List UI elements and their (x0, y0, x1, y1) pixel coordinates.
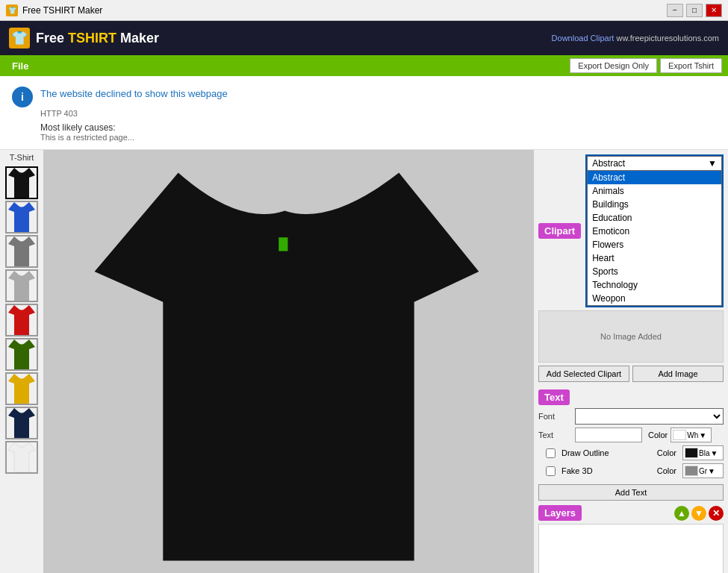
text-section-header: Text (538, 389, 570, 405)
outline-color-value: Bla (699, 449, 709, 457)
font-label: Font (538, 412, 572, 421)
window-controls[interactable]: − □ ✕ (667, 4, 722, 17)
restore-button[interactable]: □ (686, 4, 703, 17)
clipart-option-weopon[interactable]: Weopon (588, 292, 721, 305)
tshirt-color-black[interactable] (5, 166, 38, 199)
tshirt-color-red[interactable] (5, 304, 38, 336)
app-logo: 👕 Free TSHIRT Maker (9, 28, 159, 48)
clipart-buttons: Add Selected Clipart Add Image (538, 366, 724, 382)
webpage-notice: i The website declined to show this webp… (0, 76, 728, 150)
clipart-image-area: No Image Added (538, 310, 724, 363)
outline-color-swatch (685, 448, 698, 458)
text-color-swatch (673, 430, 686, 440)
clipart-header-row: Clipart Abstract ▼ Abstract Animals Buil… (538, 154, 724, 307)
clipart-option-education[interactable]: Education (588, 211, 721, 225)
notice-sub: This is a restricted page... (40, 133, 716, 142)
svg-rect-0 (279, 237, 287, 251)
text-input-row: Text Color Wh ▼ (538, 428, 724, 442)
right-panel: Clipart Abstract ▼ Abstract Animals Buil… (534, 150, 728, 573)
add-text-button[interactable]: Add Text (538, 484, 724, 501)
add-clipart-button[interactable]: Add Selected Clipart (538, 366, 629, 382)
tshirt-color-lightgray[interactable] (5, 269, 38, 302)
outline-color-picker[interactable]: Bla ▼ (682, 445, 724, 460)
fake3d-checkbox[interactable] (546, 466, 556, 476)
app-icon: 👕 (6, 4, 18, 16)
clipart-dropdown-list[interactable]: Abstract Animals Buildings Education Emo… (587, 171, 722, 306)
tshirt-label: T-Shirt (3, 153, 40, 162)
header-links[interactable]: Download Clipart ww.freepicturesolutions… (552, 34, 719, 43)
clipart-option-flowers[interactable]: Flowers (588, 238, 721, 251)
export-tshirt-button[interactable]: Export Tshirt (660, 58, 722, 73)
layers-section: Layers ▲ ▼ ✕ (538, 505, 724, 573)
clipart-option-heart[interactable]: Heart (588, 251, 721, 265)
logo-icon: 👕 (9, 28, 30, 48)
tshirt-color-white[interactable] (5, 441, 38, 474)
layer-delete-button[interactable]: ✕ (709, 506, 724, 521)
tshirt-color-yellow[interactable] (5, 372, 38, 405)
clipart-option-buildings[interactable]: Buildings (588, 198, 721, 211)
draw-outline-checkbox[interactable] (546, 448, 556, 458)
draw-outline-label: Draw Outline (561, 448, 609, 457)
close-button[interactable]: ✕ (706, 4, 722, 17)
logo-maker-text: Maker (120, 31, 159, 46)
clipart-option-emoticon[interactable]: Emoticon (588, 225, 721, 238)
text-color-picker[interactable]: Wh ▼ (671, 428, 712, 442)
text-section-header-row: Text (538, 389, 724, 405)
tshirt-sidebar: T-Shirt (0, 150, 43, 573)
add-image-button[interactable]: Add Image (632, 366, 724, 382)
clipart-option-abstract[interactable]: Abstract (588, 171, 721, 184)
tshirt-color-gray[interactable] (5, 235, 38, 268)
clipart-section: Clipart Abstract ▼ Abstract Animals Buil… (538, 154, 724, 385)
notice-heading: The website declined to show this webpag… (40, 88, 228, 99)
header-url: ww.freepicturesolutions.com (616, 34, 719, 43)
color-dropdown-arrow: ▼ (699, 431, 706, 439)
clipart-category-dropdown[interactable]: Abstract ▼ Abstract Animals Buildings Ed… (585, 154, 724, 307)
clipart-option-sports[interactable]: Sports (588, 265, 721, 278)
layers-section-header: Layers (538, 505, 582, 521)
layer-up-button[interactable]: ▲ (674, 506, 689, 521)
fake3d-label: Fake 3D (561, 466, 593, 475)
text-input[interactable] (575, 428, 642, 442)
export-design-button[interactable]: Export Design Only (570, 58, 657, 73)
clipart-option-animals[interactable]: Animals (588, 184, 721, 198)
fake3d-dropdown-arrow: ▼ (708, 467, 715, 475)
fake3d-color-swatch (685, 466, 698, 476)
fake3d-color-picker[interactable]: Gr ▼ (682, 463, 724, 478)
outline-color-label: Color (657, 448, 676, 457)
file-menu[interactable]: File (6, 59, 34, 73)
logo-free-text: Free (36, 31, 64, 46)
tshirt-color-navy[interactable] (5, 407, 38, 439)
titlebar: 👕 Free TSHIRT Maker − □ ✕ (0, 0, 728, 21)
clipart-category-wrapper: Abstract ▼ Abstract Animals Buildings Ed… (585, 154, 724, 307)
titlebar-title: Free TSHIRT Maker (22, 5, 102, 16)
titlebar-left: 👕 Free TSHIRT Maker (6, 4, 102, 16)
download-clipart-link[interactable]: Download Clipart (552, 34, 617, 43)
outline-row: Draw Outline Color Bla ▼ (538, 445, 724, 460)
clipart-dropdown-selected[interactable]: Abstract ▼ (587, 156, 722, 171)
font-row: Font (538, 408, 724, 425)
layer-down-button[interactable]: ▼ (691, 506, 706, 521)
font-select[interactable] (575, 408, 724, 425)
fake3d-color-value: Gr (699, 467, 707, 475)
layers-header-row: Layers ▲ ▼ ✕ (538, 505, 724, 521)
no-image-text: No Image Added (600, 332, 662, 341)
logo-text: Free TSHIRT Maker (36, 31, 159, 46)
tshirt-color-blue[interactable] (5, 201, 38, 234)
notice-row: i The website declined to show this webp… (12, 84, 716, 107)
menu-buttons: Export Design Only Export Tshirt (570, 58, 722, 73)
text-color-label: Color (648, 430, 668, 439)
outline-dropdown-arrow: ▼ (710, 449, 718, 457)
clipart-option-technology[interactable]: Technology (588, 278, 721, 292)
fake3d-color-label: Color (657, 466, 676, 475)
fake3d-row: Fake 3D Color Gr ▼ (538, 463, 724, 478)
tshirt-canvas (43, 150, 534, 573)
text-input-label: Text (538, 430, 572, 439)
canvas-area[interactable] (43, 150, 534, 573)
tshirt-color-green[interactable] (5, 338, 38, 371)
layers-list[interactable] (538, 524, 724, 573)
font-select-wrapper[interactable] (575, 408, 724, 425)
notice-icon: i (12, 87, 33, 107)
text-section: Text Font Text Color Wh ▼ (538, 389, 724, 501)
clipart-section-header: Clipart (538, 223, 581, 239)
minimize-button[interactable]: − (667, 4, 683, 17)
